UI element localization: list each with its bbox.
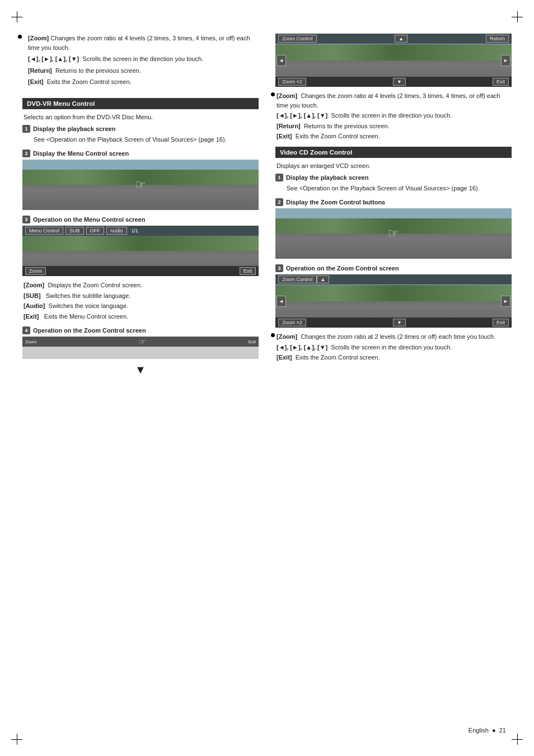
off-btn: OFF (86, 227, 104, 235)
dvd-step2: 2 Display the Menu Control screen ☞ (22, 150, 259, 210)
right-zoom-ctrl-btn: Zoom Control (278, 35, 317, 43)
dvd-vr-section: DVD-VR Menu Control Selects an option fr… (22, 98, 259, 377)
right-bottom-bar: Zoom ×2 ▼ Exit (275, 77, 512, 87)
left-column: [Zoom] Changes the zoom ratio at 4 level… (22, 34, 259, 382)
zoom-tiny-label: Zoom (25, 339, 36, 344)
page: [Zoom] Changes the zoom ratio at 4 level… (0, 0, 534, 756)
dvd-section-desc: Selects an option from the DVD-VR Disc M… (22, 114, 259, 120)
page-indicator: 1/1 (132, 228, 139, 234)
sub-btn: SUB (65, 227, 84, 235)
dvd-step1-title: 1 Display the playback screen (22, 125, 259, 133)
exit-key-desc: [Exit] Exits the Zoom Control screen. (28, 77, 259, 87)
vcd-screen-ui2: ☞ (275, 208, 512, 259)
right-top-bar: Zoom Control ▲ Return (275, 34, 512, 44)
arrows-key-desc: [◄], [►], [▲], [▼] Scrolls the screen in… (28, 54, 259, 64)
menu-bottom-bar: Zoom Exit (22, 266, 259, 276)
screen-ui2: Menu Control SUB OFF Audio 1/1 Zoom Exit (22, 226, 259, 276)
reg-mark-tr (512, 11, 523, 22)
page-number: English ● 21 (469, 727, 506, 734)
dvd-step3-title: 3 Operation on the Menu Control screen (22, 216, 259, 223)
vcd-nav-left: ◄ (277, 296, 286, 307)
dvd-step3-keys: [Zoom] Displays the Zoom Control screen.… (22, 281, 259, 321)
step1-num: 1 (22, 125, 30, 133)
vcd-zoom-x2: Zoom ×2 (278, 319, 306, 326)
menu-control-btn: Menu Control (25, 227, 63, 235)
dvd-menu-control-screen: ☞ (22, 160, 259, 210)
step2-num: 2 (22, 150, 30, 157)
arrows-key-text: Scrolls the screen in the direction you … (82, 55, 203, 62)
zoom-tiny-bar: Zoom ☞ Exit (22, 337, 259, 347)
vcd-top-bar: Zoom Control ▲ (275, 274, 512, 284)
dvd-step4-title: 4 Operation on the Zoom Control screen (22, 326, 259, 334)
vcd-zoom-desc: [Zoom] Changes the zoom ratio at 2 level… (277, 332, 512, 342)
vcd-zoom-ctrl-btn: Zoom Control (278, 276, 317, 283)
arrows-key-label: [◄], [►], [▲], [▼] (28, 55, 79, 62)
zoom-key-desc: [Zoom] Changes the zoom ratio at 4 level… (28, 34, 259, 52)
vcd-bottom-bar: Zoom ×2 ▼ Exit (275, 318, 512, 328)
vcd-step3-keys: [Zoom] Changes the zoom ratio at 2 level… (275, 332, 512, 362)
zoom-key-label: [Zoom] (28, 35, 49, 41)
exit-key-label: [Exit] (28, 78, 44, 85)
exit-tiny-label: Exit (249, 339, 256, 344)
reg-mark-br (512, 734, 523, 745)
right-nav-left: ◄ (277, 55, 286, 66)
vcd-step2-num: 2 (275, 198, 283, 206)
dvd-step2-title: 2 Display the Menu Control screen (22, 150, 259, 157)
down-arrow-indicator: ▼ (22, 363, 259, 376)
return-key-text: Returns to the previous screen. (55, 67, 141, 74)
bullet-vcd (271, 333, 275, 337)
vcd-hand-icon: ☞ (388, 226, 399, 241)
main-content: [Zoom] Changes the zoom ratio at 4 level… (22, 34, 512, 382)
sub-desc: [SUB] Switches the subtitle language. (24, 291, 259, 301)
screen-ui: ☞ (22, 160, 259, 210)
vcd-step3-title: 3 Operation on the Zoom Control screen (275, 264, 512, 272)
right-return-desc: [Return] Returns to the previous screen. (277, 122, 512, 131)
step3-num: 3 (22, 216, 30, 223)
right-exit-btn: Exit (493, 78, 509, 86)
bullet-right (271, 92, 275, 96)
right-up-btn: ▲ (395, 35, 407, 43)
vcd-up-btn: ▲ (317, 276, 330, 283)
right-screen-ui: Zoom Control ▲ Return ◄ ► Zoom ×2 ▼ Exit (275, 34, 512, 87)
right-arrows-desc: [◄], [►], [▲], [▼] Scrolls the screen in… (277, 111, 512, 120)
vcd-step3-num: 3 (275, 264, 283, 272)
menu-top-bar: Menu Control SUB OFF Audio 1/1 (22, 226, 259, 236)
exit-key-text: Exits the Zoom Control screen. (47, 78, 132, 85)
left-zoom-description: [Zoom] Changes the zoom ratio at 4 level… (22, 34, 259, 87)
vcd-step1-title: 1 Display the playback screen (275, 174, 512, 181)
dvd-step3-screen: Menu Control SUB OFF Audio 1/1 Zoom Exit (22, 226, 259, 276)
zoom-key-text: Changes the zoom ratio at 4 levels (2 ti… (28, 35, 250, 51)
vcd-exit-desc: [Exit] Exits the Zoom Control screen. (277, 353, 512, 362)
vcd-step1-num: 1 (275, 174, 283, 181)
vcd-down-btn: ▼ (393, 319, 406, 326)
vcd-step1-desc: See <Operation on the Playback Screen of… (275, 184, 512, 193)
zoom-bottom-btn: Zoom (25, 267, 46, 275)
right-zoom-screen-block: Zoom Control ▲ Return ◄ ► Zoom ×2 ▼ Exit (275, 34, 512, 141)
vcd-arrows-desc: [◄], [►], [▲], [▼] Scrolls the screen in… (277, 343, 512, 352)
vcd-exit-btn: Exit (493, 319, 509, 326)
hand-tiny: ☞ (139, 337, 146, 346)
reg-mark-tl (11, 11, 22, 22)
exit-bottom-btn: Exit (240, 267, 256, 275)
reg-mark-bl (11, 734, 22, 745)
vcd-section-desc: Displays an enlarged VCD screen. (275, 162, 512, 169)
vcd-section-header: Video CD Zoom Control (275, 147, 512, 158)
right-down-btn: ▼ (393, 78, 406, 86)
right-column: Zoom Control ▲ Return ◄ ► Zoom ×2 ▼ Exit (275, 34, 512, 368)
dvd-section-header: DVD-VR Menu Control (22, 98, 259, 109)
right-zoom-screen: Zoom Control ▲ Return ◄ ► Zoom ×2 ▼ Exit (275, 34, 512, 87)
vcd-screen-ui3: Zoom Control ▲ ◄ ► Zoom ×2 ▼ Exit (275, 274, 512, 328)
bullet-dot (18, 35, 22, 39)
audio-desc: [Audio] Switches the voice language. (24, 301, 259, 311)
dvd-step4: 4 Operation on the Zoom Control screen Z… (22, 326, 259, 376)
right-exit-desc: [Exit] Exits the Zoom Control screen. (277, 132, 512, 141)
right-zoom-desc: [Zoom] Changes the zoom ratio at 4 level… (277, 91, 512, 110)
exit-menu-desc: [Exit] Exits the Menu Control screen. (24, 312, 259, 321)
vcd-step2: 2 Display the Zoom Control buttons ☞ (275, 198, 512, 259)
vcd-step2-screen: ☞ (275, 208, 512, 259)
dvd-step3: 3 Operation on the Menu Control screen M… (22, 216, 259, 321)
vcd-step3: 3 Operation on the Zoom Control screen Z… (275, 264, 512, 362)
vcd-step3-screen: Zoom Control ▲ ◄ ► Zoom ×2 ▼ Exit (275, 274, 512, 328)
step4-num: 4 (22, 326, 30, 334)
dvd-step1-desc: See <Operation on the Playback Screen of… (22, 135, 259, 144)
